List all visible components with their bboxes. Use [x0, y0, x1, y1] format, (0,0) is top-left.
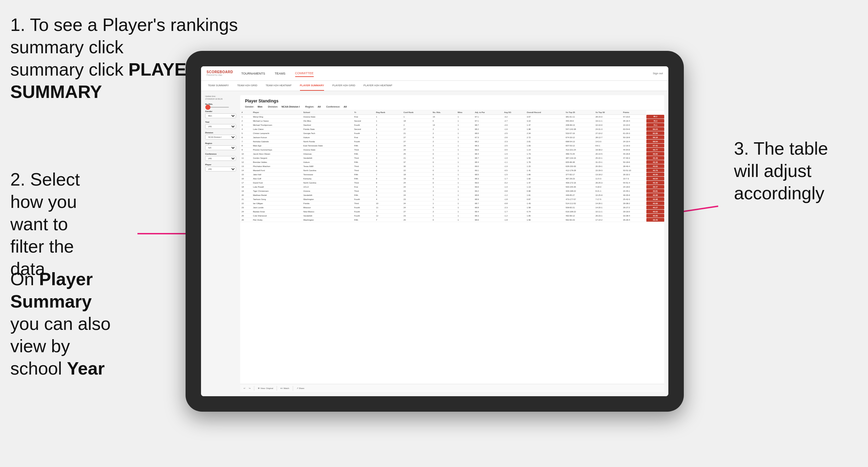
table-cell: North Florida [302, 140, 353, 144]
toolbar-view[interactable]: 👁 View: Original [258, 387, 273, 389]
division-filter-label: Division: [268, 105, 278, 108]
nav-committee[interactable]: COMMITTEE [295, 70, 314, 77]
instruction-bottom-left: On Player Summary you can also view by s… [0, 268, 131, 380]
division-label: Division [205, 132, 236, 134]
table-cell: Second [353, 127, 375, 131]
col-adj: Adj. to Par [474, 110, 503, 115]
subnav-team-summary[interactable]: TEAM SUMMARY [208, 81, 229, 91]
table-area: Player Standings Gender: Men Division: N… [240, 95, 664, 392]
toolbar-redo[interactable]: ↪ [249, 387, 251, 389]
table-cell: 208-99-13 [564, 123, 594, 127]
subnav-player-summary[interactable]: PLAYER SUMMARY [300, 81, 324, 91]
table-cell: 69.1 [474, 168, 503, 173]
table-cell: Petr Hruby [252, 218, 302, 222]
logo-text: SCOREBOARD [207, 70, 233, 74]
table-cell: 1 [456, 168, 474, 173]
table-cell: 7-17-5 [594, 197, 622, 201]
table-cell: Matthew Riedel [252, 193, 302, 197]
table-row: 21Taehoon SongWashingtonFourth4231168.9-… [240, 197, 664, 201]
table-cell: 1 [431, 164, 456, 168]
table-cell: 381-61-11 [564, 115, 594, 119]
table-cell: 40.75 [646, 168, 664, 173]
table-cell: -2.6 [503, 135, 525, 140]
gender-select[interactable]: Men [205, 113, 236, 118]
subnav-player-h2h-grid[interactable]: PLAYER H2H GRID [332, 81, 355, 91]
subnav-team-h2h-grid[interactable]: TEAM H2H GRID [237, 81, 257, 91]
table-row: 3Michael ThorbjornsenStanfordFourth22141… [240, 123, 664, 127]
conference-select[interactable]: (All) [205, 156, 236, 161]
table-cell: 4 [375, 156, 402, 160]
subnav-team-h2h-heatmap[interactable]: TEAM H2H HEATMAP [266, 81, 292, 91]
year-select[interactable]: (All) [205, 124, 236, 129]
nav-tournaments[interactable]: TOURNAMENTS [241, 70, 265, 77]
toolbar-share[interactable]: ↗ Share [297, 387, 304, 389]
sign-out-link[interactable]: Sign out [653, 72, 663, 75]
table-cell: 40.36 [646, 160, 664, 164]
nav-teams[interactable]: TEAMS [275, 70, 286, 77]
table-cell: David Ford [252, 181, 302, 185]
col-school: School [302, 110, 353, 115]
table-row: 4Luke ClatonFlorida StateSecond1272168.2… [240, 127, 664, 131]
table-cell: 1 [375, 144, 402, 148]
table-cell: 19 [402, 177, 431, 181]
region-select[interactable]: N/A [205, 145, 236, 150]
table-cell: 27 [402, 127, 431, 131]
table-cell: 58.54 [646, 140, 664, 144]
table-cell: Third [353, 189, 375, 193]
table-cell: 547-142-38 [564, 127, 594, 131]
table-cell: 13 [240, 164, 252, 168]
table-cell: 40.98 [646, 197, 664, 201]
table-cell: 1 [456, 173, 474, 177]
table-cell: 0 [431, 119, 456, 123]
table-cell: 377-82-17 [564, 173, 594, 177]
table-cell: 1 [456, 119, 474, 123]
table-cell: 2 [375, 131, 402, 135]
gender-label: Gender [205, 110, 236, 112]
table-cell: 68.9 [474, 197, 503, 201]
table-cell: 616-168-22 [564, 210, 594, 214]
table-cell: 0 [431, 173, 456, 177]
table-cell: Jack Lundin [252, 205, 302, 210]
table-cell: 1 [456, 115, 474, 119]
division-select[interactable]: NCAA Division I [205, 135, 236, 140]
table-cell: 15 [240, 173, 252, 177]
table-row: 2Michael Le SassoOle MissSecond1180167.1… [240, 119, 664, 123]
table-cell: -1.0 [503, 164, 525, 168]
table-cell: Washington [302, 197, 353, 201]
table-cell: Arizona State [302, 115, 353, 119]
no-rds-slider[interactable] [205, 107, 229, 108]
app-header: SCOREBOARD Powered by clipp TOURNAMENTS … [201, 66, 668, 81]
subnav-player-h2h-heatmap[interactable]: PLAYER H2H HEATMAP [364, 81, 392, 91]
player-select[interactable]: (All) [205, 167, 236, 171]
table-row: 24Bastian AmatNew MexicoFourth1272169.4-… [240, 210, 664, 214]
table-cell: 12 [240, 160, 252, 164]
region-filter-label: Region: [305, 105, 314, 108]
division-filter-value: NCAA Division I [281, 105, 300, 108]
table-cell: 2 [431, 144, 456, 148]
table-row: 8Mats EgeEast Tennessee StateFifth124216… [240, 144, 664, 148]
table-cell: 17 [240, 181, 252, 185]
table-cell: 44-26-8 [622, 152, 646, 156]
table-cell: 67.1 [474, 119, 503, 123]
toolbar-undo[interactable]: ↩ [244, 387, 245, 389]
table-cell: 2 [431, 189, 456, 193]
table-cell: 1 [402, 115, 431, 119]
table-cell: 1 [375, 115, 402, 119]
col-conf-rank: Conf Rank [402, 110, 431, 115]
table-cell: 27 [402, 210, 431, 214]
table-cell: 49-35-9 [622, 193, 646, 197]
table-cell: 1 [240, 115, 252, 119]
gender-filter-value: Men [258, 105, 263, 108]
table-cell: 1.50 [525, 156, 564, 160]
table-cell: 45.49 [646, 156, 664, 160]
table-cell: 14-20-1 [594, 205, 622, 210]
toolbar-watch[interactable]: 👀 Watch [280, 387, 289, 389]
table-cell: 29-38-2 [622, 201, 646, 205]
table-cell: -0.5 [503, 148, 525, 152]
table-cell: 24 [240, 210, 252, 214]
table-cell: 57.42 [646, 144, 664, 148]
table-cell: Auburn [302, 135, 353, 140]
table-cell: 1.41 [525, 168, 564, 173]
table-cell: 1 [456, 177, 474, 181]
table-cell: 1.58 [525, 205, 564, 210]
